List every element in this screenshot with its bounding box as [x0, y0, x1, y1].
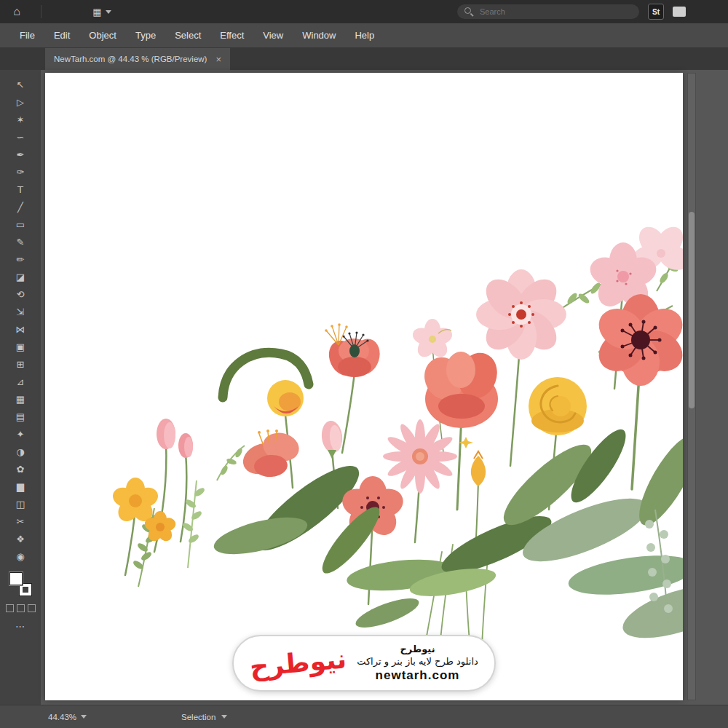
fill-stroke-swatches [9, 572, 31, 596]
illustrator-window: ⌂ ▦ St File Edit Object Type Select Effe… [0, 0, 728, 728]
watermark-text-block: نیوطرح دانلود طرح لایه باز بنر و تراکت n… [357, 644, 478, 683]
zoom-level-select[interactable]: 44.43% [48, 713, 87, 721]
search-field[interactable] [457, 4, 639, 19]
watermark-badge: نیوطرح نیوطرح دانلود طرح لایه باز بنر و … [232, 635, 496, 692]
paintbrush-tool[interactable]: ✎ [8, 233, 33, 250]
application-bar: ⌂ ▦ St [0, 0, 728, 23]
draw-normal-button[interactable] [6, 604, 14, 612]
search-input[interactable] [478, 7, 632, 17]
workspace: ↖ ▷ ✶ ∽ ✒ ✑ T ╱ ▭ ✎ ✏ ◪ ⟲ ⇲ ⋈ ▣ ⊞ ⊿ ▦ ▤ … [0, 70, 728, 705]
home-icon: ⌂ [13, 5, 20, 18]
eyedropper-tool[interactable]: ✦ [8, 425, 33, 443]
hand-tool[interactable]: ❖ [8, 530, 33, 547]
line-segment-tool[interactable]: ╱ [8, 198, 33, 215]
menu-help[interactable]: Help [345, 23, 384, 47]
adobe-stock-badge[interactable]: St [648, 4, 664, 20]
width-tool[interactable]: ⋈ [8, 320, 33, 338]
shape-builder-tool[interactable]: ⊞ [8, 355, 33, 373]
perspective-grid-tool[interactable]: ⊿ [8, 373, 33, 390]
menu-window[interactable]: Window [293, 23, 345, 47]
magic-wand-tool[interactable]: ✶ [8, 111, 33, 128]
menu-file[interactable]: File [10, 23, 44, 47]
column-graph-tool[interactable]: ▆ [8, 478, 33, 495]
caret-down-icon [106, 10, 111, 14]
pencil-tool[interactable]: ✏ [8, 250, 33, 268]
mesh-tool[interactable]: ▦ [8, 390, 33, 408]
arrange-grid-icon: ▦ [92, 7, 101, 17]
home-button[interactable]: ⌂ [0, 0, 33, 23]
status-indicator-label: Selection [181, 713, 215, 721]
scale-tool[interactable]: ⇲ [8, 303, 33, 320]
selection-tool[interactable]: ↖ [8, 76, 33, 93]
vertical-scrollbar[interactable] [687, 73, 696, 700]
document-tab-title: NewTarh.com @ 44.43 % (RGB/Preview) [54, 55, 207, 63]
zoom-level-value: 44.43% [48, 713, 76, 721]
zoom-tool[interactable]: ◉ [8, 547, 33, 565]
free-transform-tool[interactable]: ▣ [8, 338, 33, 355]
watermark-brand: نیوطرح [357, 644, 478, 654]
caret-down-icon [221, 715, 227, 719]
menu-view[interactable]: View [253, 23, 293, 47]
menu-effect[interactable]: Effect [210, 23, 253, 47]
slice-tool[interactable]: ✂ [8, 513, 33, 530]
rectangle-tool[interactable]: ▭ [8, 215, 33, 233]
gradient-tool[interactable]: ▤ [8, 408, 33, 425]
caret-down-icon [81, 715, 87, 719]
titlebar-divider [41, 5, 41, 18]
artboard-tool[interactable]: ◫ [8, 495, 33, 513]
artboard-canvas[interactable]: نیوطرح نیوطرح دانلود طرح لایه باز بنر و … [45, 73, 683, 700]
titlebar-right-group: St [457, 4, 728, 20]
vertical-scrollbar-thumb[interactable] [689, 212, 695, 408]
lasso-tool[interactable]: ∽ [8, 128, 33, 146]
watermark-tagline: دانلود طرح لایه باز بنر و تراکت [357, 656, 478, 667]
eraser-tool[interactable]: ◪ [8, 268, 33, 285]
drawing-mode-buttons [6, 604, 36, 612]
curvature-tool[interactable]: ✑ [8, 163, 33, 181]
floral-artwork[interactable] [45, 73, 683, 700]
menu-edit[interactable]: Edit [44, 23, 79, 47]
workspace-switcher-icon[interactable] [673, 7, 686, 17]
fill-swatch[interactable] [9, 572, 23, 585]
search-icon [464, 7, 473, 16]
menu-type[interactable]: Type [126, 23, 165, 47]
edit-toolbar-button[interactable]: ⋯ [15, 621, 25, 632]
watermark-website: newtarh.com [357, 668, 478, 683]
type-tool[interactable]: T [8, 181, 33, 198]
newtarh-logo: نیوطرح [249, 646, 348, 680]
status-indicator[interactable]: Selection [181, 713, 227, 721]
symbol-sprayer-tool[interactable]: ✿ [8, 460, 33, 478]
tools-panel: ↖ ▷ ✶ ∽ ✒ ✑ T ╱ ▭ ✎ ✏ ◪ ⟲ ⇲ ⋈ ▣ ⊞ ⊿ ▦ ▤ … [0, 70, 41, 705]
tab-close-button[interactable]: × [215, 54, 221, 65]
rotate-tool[interactable]: ⟲ [8, 285, 33, 303]
document-tab-bar: NewTarh.com @ 44.43 % (RGB/Preview) × [0, 48, 728, 70]
draw-behind-button[interactable] [17, 604, 25, 612]
direct-selection-tool[interactable]: ▷ [8, 93, 33, 111]
arrange-documents-button[interactable]: ▦ [82, 0, 122, 23]
pen-tool[interactable]: ✒ [8, 146, 33, 163]
menu-select[interactable]: Select [165, 23, 210, 47]
menu-object[interactable]: Object [79, 23, 126, 47]
document-tab[interactable]: NewTarh.com @ 44.43 % (RGB/Preview) × [45, 48, 230, 70]
draw-inside-button[interactable] [28, 604, 36, 612]
blend-tool[interactable]: ◑ [8, 443, 33, 460]
status-bar: 44.43% Selection [0, 705, 728, 728]
menu-bar: File Edit Object Type Select Effect View… [0, 23, 728, 48]
stroke-swatch[interactable] [20, 584, 31, 596]
